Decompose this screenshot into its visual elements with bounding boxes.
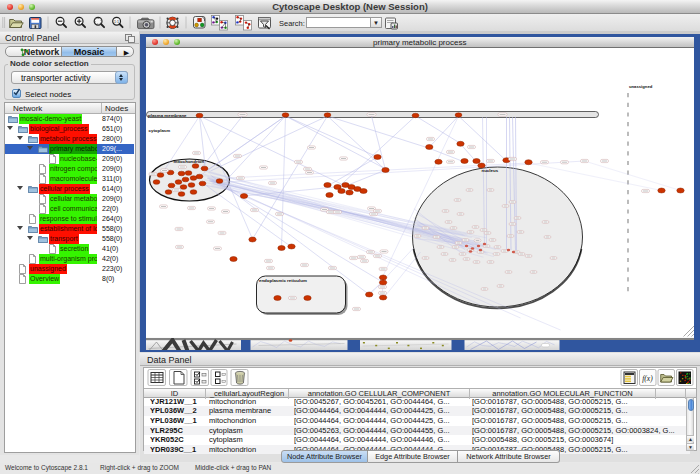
svg-text:endoplasmic reticulum: endoplasmic reticulum xyxy=(259,278,307,283)
svg-text:f(x): f(x) xyxy=(642,374,653,383)
svg-text:nucleus: nucleus xyxy=(481,168,498,173)
svg-text:mitochondrion: mitochondrion xyxy=(173,159,204,164)
svg-text:plasma membrane: plasma membrane xyxy=(148,113,187,118)
svg-text:unassigned: unassigned xyxy=(629,84,653,89)
svg-text:cytoplasm: cytoplasm xyxy=(148,128,170,133)
svg-text:1:1: 1:1 xyxy=(114,20,119,24)
